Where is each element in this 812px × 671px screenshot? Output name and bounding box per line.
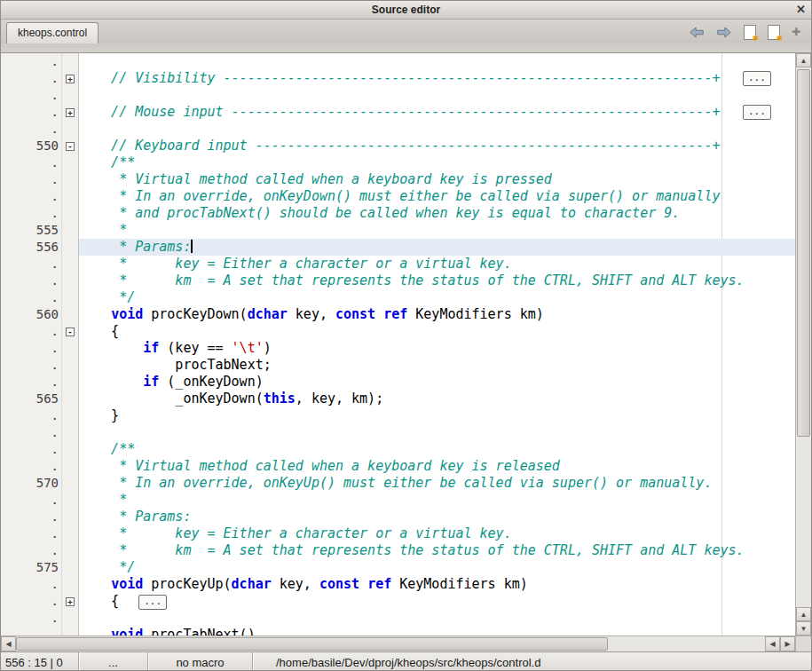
code-area[interactable]: ..+ // Visibility ----------------------… [1,53,795,635]
fold-gutter [61,391,79,407]
editor-line[interactable]: . /** [1,441,795,458]
editor-line[interactable]: . [1,53,795,70]
editor-line[interactable]: . if (_onKeyDown) [1,374,795,391]
editor-line[interactable]: . */ [1,289,795,306]
scroll-left-button-right[interactable]: ◀ [765,636,780,651]
editor-line[interactable]: 565 _onKeyDown(this, key, km); [1,391,795,407]
editor-line[interactable]: . * Virtual method called when a keyboar… [1,458,795,475]
code-line-text: * key = Either a character or a virtual … [79,256,795,272]
fold-expand-icon[interactable]: + [66,597,75,606]
editor-line[interactable]: . [1,121,795,138]
horizontal-scroll-track[interactable] [16,636,765,651]
folded-region-ellipsis[interactable]: ... [743,71,771,86]
line-number: . [1,458,61,475]
editor-line[interactable]: .+ // Mouse input ----------------------… [1,104,795,121]
editor-line[interactable]: .- { [1,323,795,340]
save-document-as-button[interactable]: ✱ [768,25,780,40]
scroll-right-button[interactable]: ▶ [780,636,795,651]
line-number: . [1,441,61,458]
line-number: . [1,340,61,357]
editor-line[interactable]: . * km = A set that represents the statu… [1,272,795,289]
editor-line[interactable]: . * km = A set that represents the statu… [1,542,795,559]
fold-gutter [61,542,79,559]
fold-gutter [61,576,79,593]
fold-gutter [61,306,79,323]
line-number: . [1,104,61,121]
code-line-text: { [79,323,795,340]
fold-gutter [61,222,79,239]
scroll-down-button[interactable]: ▼ [796,621,811,635]
code-line-text: * key = Either a character or a virtual … [79,525,795,542]
editor-line[interactable]: .+ {... [1,593,795,610]
close-icon[interactable]: ✕ [796,1,806,19]
line-number: 560 [1,306,61,323]
fold-collapse-icon[interactable]: - [66,328,75,336]
code-line-text: * Params: [79,239,795,256]
editor-line[interactable]: 570 * In an override, onKeyUp() must eit… [1,475,795,492]
fold-gutter [61,171,79,188]
line-number: . [1,323,61,340]
detach-editor-button[interactable]: ✚ [792,27,800,37]
fold-gutter [61,289,79,306]
editor-line[interactable]: . * and procTabNext() should be called w… [1,205,795,222]
fold-gutter [61,154,79,171]
fold-expand-icon[interactable]: + [66,108,75,117]
code-line-text [79,53,795,70]
fold-gutter: - [61,323,79,340]
document-icon: ✱ [768,25,780,40]
editor-line[interactable]: 575 */ [1,559,795,576]
editor-line[interactable]: . } [1,407,795,424]
horizontal-scrollbar[interactable]: ◀ ◀ ▶ [1,635,795,651]
text-cursor [191,240,193,253]
line-number: . [1,53,61,70]
fold-expand-icon[interactable]: + [66,75,75,83]
fold-gutter [61,610,79,627]
fold-collapse-icon[interactable]: - [66,142,75,151]
scroll-left-button[interactable]: ◀ [1,636,16,651]
editor-line[interactable]: . if (key == '\t') [1,340,795,357]
editor-line[interactable]: 556 * Params: [1,239,795,256]
fold-gutter [61,340,79,357]
tab-kheops-control[interactable]: kheops.control [6,22,99,43]
status-bar: 556 : 15 | 0 ... no macro /home/basile/D… [1,651,811,671]
editor-line[interactable]: . [1,610,795,627]
horizontal-scroll-thumb[interactable] [16,637,608,651]
editor-line[interactable]: . procTabNext; [1,357,795,374]
editor-line[interactable]: 550- // Keyboard input -----------------… [1,138,795,154]
line-number: 565 [1,391,61,407]
line-number: . [1,188,61,205]
editor-line[interactable]: . * Params: [1,509,795,525]
editor-line[interactable]: . * key = Either a character or a virtua… [1,256,795,272]
editor-line[interactable]: 555 * [1,222,795,239]
editor-line[interactable]: . * Virtual method called when a keyboar… [1,171,795,188]
line-number: . [1,171,61,188]
go-back-button[interactable] [689,26,705,39]
folded-region-ellipsis[interactable]: ... [743,105,771,120]
scroll-up-button[interactable]: ▲ [796,53,811,67]
save-document-button[interactable]: ✱ [744,25,756,40]
editor-line[interactable]: . void procTabNext() [1,627,795,635]
line-number: . [1,154,61,171]
line-number: . [1,509,61,525]
editor-line[interactable]: . * [1,492,795,509]
editor-line[interactable]: .+ // Visibility -----------------------… [1,70,795,87]
editor-line[interactable]: . void procKeyUp(dchar key, const ref Ke… [1,576,795,593]
editor-line[interactable]: 560 void procKeyDown(dchar key, const re… [1,306,795,323]
vertical-scrollbar[interactable]: ▲ ▲ ▼ [795,53,811,635]
folded-code-ellipsis[interactable]: ... [138,595,167,610]
line-number: . [1,576,61,593]
editor-line[interactable]: . [1,424,795,441]
editor-line[interactable]: . [1,87,795,104]
fold-gutter [61,627,79,635]
title-bar[interactable]: Source editor ✕ [1,1,811,20]
fold-gutter [61,458,79,475]
editor-line[interactable]: . * key = Either a character or a virtua… [1,525,795,542]
editor-line[interactable]: . /** [1,154,795,171]
fold-gutter [61,121,79,138]
go-forward-button[interactable] [716,26,732,39]
vertical-scroll-track[interactable] [796,67,811,607]
editor-line[interactable]: . * In an override, onKeyDown() must eit… [1,188,795,205]
scroll-up-button-bottom[interactable]: ▲ [796,607,811,621]
vertical-scroll-thumb[interactable] [797,69,810,437]
line-number: . [1,256,61,272]
